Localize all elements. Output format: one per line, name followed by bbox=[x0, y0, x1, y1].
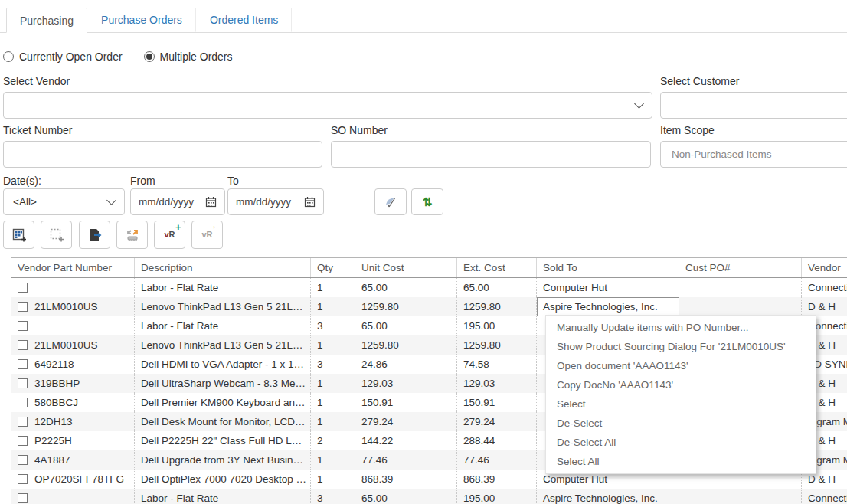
grid-select-add-button[interactable] bbox=[3, 221, 34, 249]
cell-ext-cost: 1259.80 bbox=[457, 335, 537, 355]
cell-part-number: 4A1887 bbox=[11, 450, 135, 470]
cell-description: Lenovo ThinkPad L13 Gen 5 21L… bbox=[135, 335, 311, 355]
dates-dropdown[interactable]: <All> bbox=[3, 188, 125, 215]
order-mode-radio[interactable]: Currently Open Order bbox=[3, 51, 123, 63]
cell-ext-cost: 195.00 bbox=[457, 489, 537, 504]
cell-unit-cost: 144.22 bbox=[355, 431, 457, 450]
cell-sold-to[interactable]: Computer Hut bbox=[537, 278, 679, 297]
radio-label: Currently Open Order bbox=[19, 51, 123, 63]
cell-qty: 1 bbox=[311, 470, 355, 489]
cell-ext-cost: 129.03 bbox=[457, 374, 537, 393]
row-checkbox[interactable] bbox=[18, 340, 28, 350]
tab[interactable]: Purchasing bbox=[6, 8, 87, 33]
column-header[interactable]: Qty bbox=[311, 258, 355, 277]
refresh-icon: ⇅ bbox=[423, 196, 433, 208]
cell-unit-cost: 868.39 bbox=[355, 470, 457, 489]
cell-description: Dell UltraSharp Webcam - 8.3 Me… bbox=[135, 374, 311, 393]
select-customer-input[interactable] bbox=[660, 92, 847, 119]
part-number-text: 21LM0010US bbox=[34, 339, 98, 351]
tab-label: Purchase Orders bbox=[101, 14, 182, 26]
row-checkbox[interactable] bbox=[18, 321, 28, 331]
cell-description: Dell OptiPlex 7000 7020 Desktop … bbox=[135, 470, 311, 489]
select-vendor-dropdown[interactable] bbox=[3, 92, 652, 119]
context-menu-item[interactable]: De-Select bbox=[546, 414, 816, 433]
part-number-text: 319BBHP bbox=[34, 378, 80, 389]
context-menu-item[interactable]: Manually Update items with PO Number... bbox=[546, 318, 816, 337]
cell-unit-cost: 77.46 bbox=[355, 450, 457, 470]
so-number-input[interactable] bbox=[331, 141, 651, 168]
part-number-text: 4A1887 bbox=[34, 454, 70, 466]
vr-add-button[interactable]: vR+ bbox=[154, 221, 185, 249]
context-menu-item[interactable]: De-Select All bbox=[546, 433, 816, 452]
row-checkbox[interactable] bbox=[18, 378, 28, 388]
column-header[interactable]: Sold To bbox=[537, 258, 679, 277]
row-checkbox[interactable] bbox=[18, 283, 28, 293]
send-to-device-button[interactable] bbox=[116, 221, 148, 249]
order-mode-group: Currently Open Order Multiple Orders bbox=[3, 49, 233, 64]
cell-unit-cost: 1259.80 bbox=[355, 335, 457, 355]
refresh-button[interactable]: ⇅ bbox=[411, 188, 443, 215]
context-menu-item[interactable]: Copy DocNo 'AAAO1143' bbox=[546, 375, 816, 394]
row-checkbox[interactable] bbox=[18, 474, 28, 484]
cell-part-number: 12DH13 bbox=[11, 412, 135, 431]
cell-part-number bbox=[11, 316, 135, 335]
grid-select-add-icon bbox=[11, 227, 28, 244]
row-checkbox[interactable] bbox=[18, 359, 28, 369]
cell-part-number: 21LM0010US bbox=[11, 335, 135, 355]
table-row[interactable]: 21LM0010US Lenovo ThinkPad L13 Gen 5 21L… bbox=[11, 297, 847, 316]
cell-vendor: D & H bbox=[802, 297, 847, 316]
cell-ext-cost: 150.91 bbox=[457, 393, 537, 412]
row-checkbox[interactable] bbox=[18, 398, 28, 407]
column-header[interactable]: Description bbox=[135, 258, 311, 277]
context-menu-item[interactable]: Select All bbox=[546, 452, 816, 471]
tab[interactable]: Purchase Orders bbox=[87, 8, 196, 32]
part-number-text: 21LM0010US bbox=[34, 301, 98, 313]
row-checkbox[interactable] bbox=[18, 302, 28, 312]
row-checkbox[interactable] bbox=[18, 493, 28, 503]
tab[interactable]: Ordered Items bbox=[196, 8, 292, 32]
row-checkbox[interactable] bbox=[18, 455, 28, 465]
cell-qty: 3 bbox=[311, 355, 355, 374]
cell-description: Labor - Flat Rate bbox=[135, 316, 311, 335]
cell-ext-cost: 74.58 bbox=[457, 355, 537, 374]
from-label: From bbox=[130, 175, 155, 187]
part-number-text: 12DH13 bbox=[34, 416, 73, 427]
context-menu-item[interactable]: Show Product Sourcing Dialog For '21LM00… bbox=[546, 337, 816, 356]
cell-qty: 1 bbox=[311, 374, 355, 393]
calendar-icon[interactable] bbox=[205, 196, 217, 208]
table-row[interactable]: Labor - Flat Rate 1 65.00 65.00 Computer… bbox=[11, 278, 847, 297]
cell-ext-cost: 868.39 bbox=[457, 470, 537, 489]
row-checkbox[interactable] bbox=[18, 417, 28, 427]
cell-part-number: OP7020SFF78TFG bbox=[11, 470, 135, 489]
item-scope-field[interactable]: Non-Purchased Items bbox=[660, 141, 847, 168]
context-menu-item[interactable]: Open document 'AAAO1143' bbox=[546, 356, 816, 375]
context-menu-item[interactable]: Select bbox=[546, 394, 816, 414]
cell-part-number bbox=[11, 278, 135, 297]
column-header[interactable]: Ext. Cost bbox=[457, 258, 537, 277]
from-date-input[interactable]: mm/dd/yyyy bbox=[130, 188, 225, 215]
clear-filter-button[interactable] bbox=[374, 188, 407, 215]
cell-sold-to[interactable]: Aspire Technologies, Inc. bbox=[537, 297, 679, 316]
calendar-icon[interactable] bbox=[304, 196, 316, 208]
column-header[interactable]: Unit Cost bbox=[355, 258, 457, 277]
cell-cust-po bbox=[679, 489, 802, 504]
export-document-button[interactable] bbox=[79, 221, 110, 249]
ticket-number-input[interactable] bbox=[3, 141, 322, 168]
cell-qty: 1 bbox=[311, 297, 355, 316]
marquee-select-add-button[interactable] bbox=[41, 221, 72, 249]
column-header[interactable]: Vendor Part Number bbox=[11, 258, 135, 277]
column-header[interactable]: Cust PO# bbox=[679, 258, 802, 277]
cell-sold-to[interactable]: Aspire Technologies, Inc. bbox=[537, 489, 679, 504]
to-date-input[interactable]: mm/dd/yyyy bbox=[227, 188, 324, 215]
cell-description: Lenovo ThinkPad L13 Gen 5 21L… bbox=[135, 297, 311, 316]
cell-vendor: Connection bbox=[802, 489, 847, 504]
cell-qty: 1 bbox=[311, 393, 355, 412]
order-mode-radio[interactable]: Multiple Orders bbox=[144, 51, 233, 63]
table-row[interactable]: Labor - Flat Rate 3 65.00 195.00 Aspire … bbox=[11, 489, 847, 504]
radio-label: Multiple Orders bbox=[160, 51, 233, 63]
cell-description: Dell Upgrade from 3Y Next Busin… bbox=[135, 450, 311, 470]
row-checkbox[interactable] bbox=[18, 436, 28, 446]
cell-qty: 1 bbox=[311, 335, 355, 355]
column-header[interactable]: Vendor bbox=[802, 258, 847, 277]
vr-transfer-button[interactable]: vR→ bbox=[191, 221, 223, 249]
